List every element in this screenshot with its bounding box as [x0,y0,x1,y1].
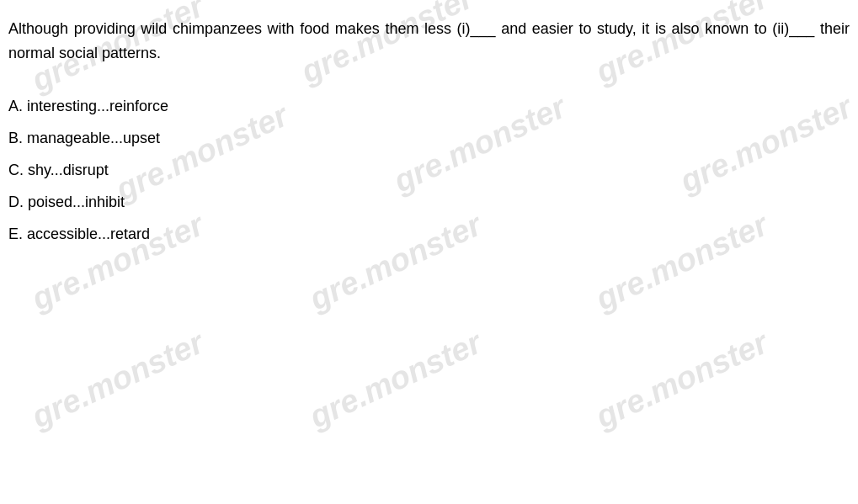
watermark-10: gre.monster [26,325,209,436]
watermark-12: gre.monster [590,325,773,436]
option-a[interactable]: A. interesting...reinforce [8,91,850,121]
watermark-11: gre.monster [304,325,487,436]
options-list: A. interesting...reinforce B. manageable… [8,91,850,249]
option-c[interactable]: C. shy...disrupt [8,155,850,185]
option-b[interactable]: B. manageable...upset [8,123,850,153]
option-d[interactable]: D. poised...inhibit [8,187,850,217]
option-e[interactable]: E. accessible...retard [8,219,850,249]
question-text: Although providing wild chimpanzees with… [8,17,850,66]
